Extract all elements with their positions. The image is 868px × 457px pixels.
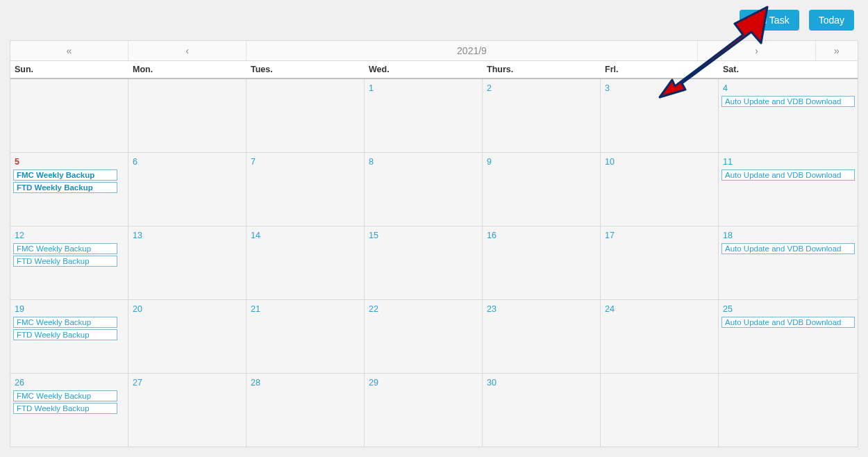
calendar-grid: 1234Auto Update and VDB Download5FMC Wee… — [10, 79, 858, 447]
next-year-button[interactable]: » — [816, 41, 858, 60]
day-number[interactable]: 4 — [723, 83, 728, 93]
day-number[interactable]: 10 — [605, 157, 615, 167]
day-number[interactable]: 8 — [369, 157, 374, 167]
prev-month-button[interactable]: ‹ — [128, 41, 247, 60]
day-number[interactable]: 26 — [15, 378, 24, 388]
day-number[interactable]: 28 — [251, 378, 260, 388]
calendar-cell[interactable] — [10, 79, 128, 153]
day-number[interactable]: 3 — [605, 83, 610, 93]
calendar-cell[interactable] — [128, 79, 247, 153]
event-list: Auto Update and VDB Download — [721, 169, 855, 181]
day-number[interactable]: 14 — [251, 231, 260, 240]
calendar-cell[interactable]: 20 — [128, 300, 247, 374]
event-item[interactable]: Auto Update and VDB Download — [721, 96, 855, 107]
calendar-cell[interactable]: 3 — [601, 79, 719, 153]
calendar-title: 2021/9 — [247, 41, 698, 60]
day-number[interactable]: 20 — [133, 304, 142, 314]
calendar-cell[interactable]: 7 — [247, 153, 365, 226]
calendar-cell[interactable]: 23 — [483, 300, 601, 374]
calendar-cell[interactable]: 4Auto Update and VDB Download — [719, 79, 858, 153]
day-number[interactable]: 19 — [15, 304, 24, 314]
calendar-cell[interactable]: 15 — [365, 226, 483, 300]
calendar-cell[interactable]: 14 — [247, 226, 365, 300]
calendar-cell[interactable]: 8 — [365, 153, 483, 226]
calendar-cell[interactable] — [601, 374, 719, 447]
event-item[interactable]: FMC Weekly Backup — [13, 243, 117, 254]
day-number[interactable]: 2 — [487, 83, 492, 93]
day-number[interactable]: 5 — [15, 157, 19, 167]
event-list: Auto Update and VDB Download — [721, 96, 855, 107]
day-number[interactable]: 29 — [369, 378, 378, 388]
weekday-header: Wed. — [365, 61, 483, 78]
event-item[interactable]: FMC Weekly Backup — [13, 317, 117, 328]
event-list: Auto Update and VDB Download — [721, 243, 855, 254]
calendar-cell[interactable]: 26FMC Weekly BackupFTD Weekly Backup — [10, 374, 128, 447]
day-number[interactable]: 24 — [605, 304, 615, 314]
calendar-cell[interactable]: 12FMC Weekly BackupFTD Weekly Backup — [10, 226, 128, 300]
weekday-header: Tues. — [247, 61, 365, 78]
calendar-cell[interactable]: 21 — [247, 300, 365, 374]
day-number[interactable]: 21 — [251, 304, 260, 314]
weekday-header: Frl. — [601, 61, 719, 78]
day-number[interactable]: 17 — [605, 231, 615, 240]
event-list: Auto Update and VDB Download — [721, 317, 855, 328]
calendar-cell[interactable]: 5FMC Weekly BackupFTD Weekly Backup — [10, 153, 128, 226]
calendar-cell[interactable]: 13 — [128, 226, 247, 300]
event-list: FMC Weekly BackupFTD Weekly Backup — [13, 243, 125, 267]
event-list: FMC Weekly BackupFTD Weekly Backup — [13, 317, 125, 340]
day-number[interactable]: 11 — [723, 157, 733, 167]
weekday-header: Sat. — [719, 61, 858, 78]
prev-year-button[interactable]: « — [10, 41, 128, 60]
calendar-cell[interactable]: 16 — [483, 226, 601, 300]
calendar-cell[interactable]: 29 — [365, 374, 483, 447]
day-number[interactable]: 13 — [133, 231, 142, 240]
day-number[interactable]: 18 — [723, 231, 733, 240]
calendar-cell[interactable]: 9 — [483, 153, 601, 226]
calendar-cell[interactable]: 10 — [601, 153, 719, 226]
event-item[interactable]: FTD Weekly Backup — [13, 182, 117, 193]
next-month-button[interactable]: › — [698, 41, 816, 60]
event-list: FMC Weekly BackupFTD Weekly Backup — [13, 169, 125, 193]
event-item[interactable]: Auto Update and VDB Download — [721, 243, 855, 254]
day-number[interactable]: 27 — [133, 378, 142, 388]
day-number[interactable]: 25 — [723, 304, 733, 314]
calendar-cell[interactable]: 18Auto Update and VDB Download — [719, 226, 858, 300]
event-item[interactable]: FTD Weekly Backup — [13, 403, 117, 414]
event-item[interactable]: FTD Weekly Backup — [13, 256, 117, 267]
calendar-cell[interactable]: 30 — [483, 374, 601, 447]
day-number[interactable]: 16 — [487, 231, 496, 240]
calendar-cell[interactable]: 28 — [247, 374, 365, 447]
event-item[interactable]: Auto Update and VDB Download — [721, 169, 855, 181]
calendar-cell[interactable]: 25Auto Update and VDB Download — [719, 300, 858, 374]
event-item[interactable]: FTD Weekly Backup — [13, 329, 117, 340]
event-item[interactable]: Auto Update and VDB Download — [721, 317, 855, 328]
day-number[interactable]: 30 — [487, 378, 496, 388]
top-action-bar: Add Task Today — [10, 7, 858, 40]
day-number[interactable]: 1 — [369, 83, 374, 93]
day-number[interactable]: 12 — [15, 231, 24, 240]
day-number[interactable]: 7 — [251, 157, 256, 167]
event-item[interactable]: FMC Weekly Backup — [13, 169, 117, 181]
calendar-cell[interactable]: 11Auto Update and VDB Download — [719, 153, 858, 226]
calendar-cell[interactable] — [719, 374, 858, 447]
day-number[interactable]: 15 — [369, 231, 378, 240]
calendar-cell[interactable]: 6 — [128, 153, 247, 226]
weekday-header: Thurs. — [483, 61, 601, 78]
calendar-cell[interactable]: 2 — [483, 79, 601, 153]
today-button[interactable]: Today — [809, 10, 854, 31]
day-number[interactable]: 22 — [369, 304, 378, 314]
calendar-cell[interactable]: 27 — [128, 374, 247, 447]
calendar-cell[interactable] — [247, 79, 365, 153]
calendar-cell[interactable]: 22 — [365, 300, 483, 374]
day-number[interactable]: 6 — [133, 157, 137, 167]
weekday-header: Sun. — [10, 61, 128, 78]
weekday-header: Mon. — [128, 61, 247, 78]
event-item[interactable]: FMC Weekly Backup — [13, 390, 117, 401]
calendar-cell[interactable]: 24 — [601, 300, 719, 374]
day-number[interactable]: 23 — [487, 304, 496, 314]
calendar-cell[interactable]: 19FMC Weekly BackupFTD Weekly Backup — [10, 300, 128, 374]
add-task-button[interactable]: Add Task — [740, 10, 799, 31]
calendar-cell[interactable]: 1 — [365, 79, 483, 153]
day-number[interactable]: 9 — [487, 157, 492, 167]
calendar-cell[interactable]: 17 — [601, 226, 719, 300]
